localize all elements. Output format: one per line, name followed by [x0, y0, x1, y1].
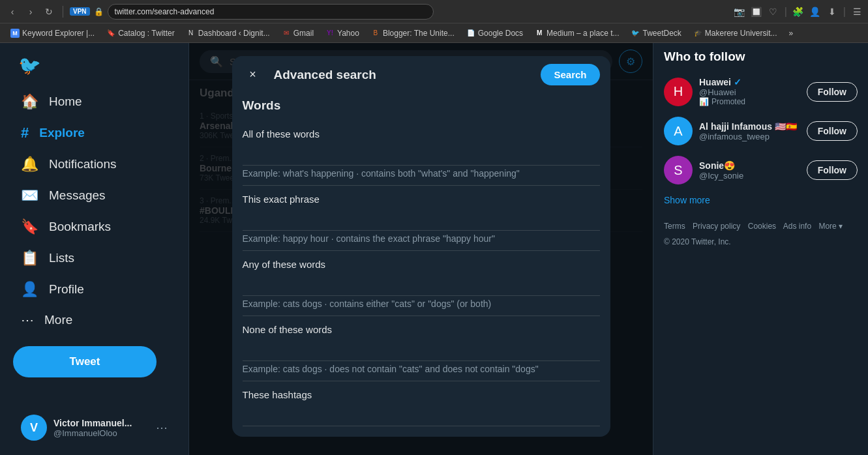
lock-icon: 🔒: [94, 7, 104, 16]
lists-icon: 📋: [21, 250, 38, 267]
follow-avatar-alhajji: A: [664, 117, 693, 145]
footer-cookies[interactable]: Cookies: [748, 222, 776, 231]
bookmark-keyword-explorer[interactable]: M Keyword Explorer |...: [5, 27, 100, 39]
field-input-hashtags[interactable]: [243, 404, 600, 426]
heart-icon[interactable]: ♡: [768, 6, 779, 18]
puzzle-icon[interactable]: 🧩: [792, 6, 804, 18]
field-label-any-words: Any of these words: [243, 251, 600, 274]
footer-privacy[interactable]: Privacy policy: [693, 222, 740, 231]
advanced-search-modal: × Advanced search Search Words All of th…: [232, 56, 610, 437]
app-container: 🐦 🏠 Home # Explore 🔔 Notifications ✉️ Me…: [0, 43, 868, 455]
bookmark-more-label: »: [789, 29, 794, 38]
follow-button-huawei[interactable]: Follow: [807, 82, 858, 102]
footer-terms[interactable]: Terms: [664, 222, 685, 231]
forward-button[interactable]: ›: [23, 5, 38, 19]
follow-button-alhajji[interactable]: Follow: [807, 121, 858, 141]
bookmark-tweetdeck[interactable]: 🐦 TweetDeck: [625, 27, 686, 39]
tweet-button[interactable]: Tweet: [13, 346, 157, 377]
who-to-follow-title: Who to follow: [664, 50, 858, 64]
user-handle: @ImmanuelOloo: [53, 428, 149, 438]
notifications-icon: 🔔: [21, 156, 38, 173]
field-hint-all-words: Example: what's happening · contains bot…: [243, 166, 600, 186]
screenshot-icon[interactable]: 📷: [734, 6, 745, 18]
bookmark-favicon-notion: N: [187, 29, 196, 38]
bookmark-more[interactable]: »: [784, 27, 799, 39]
bookmark-label: Yahoo: [337, 29, 359, 38]
url-bar[interactable]: twitter.com/search-advanced: [108, 4, 434, 20]
verified-icon-huawei: ✓: [734, 77, 741, 87]
menu-icon[interactable]: ☰: [851, 6, 863, 18]
promoted-icon: 📊: [699, 97, 709, 106]
follow-avatar-huawei: H: [664, 78, 693, 106]
sidebar-item-explore[interactable]: # Explore: [13, 118, 175, 148]
bookmark-gmail[interactable]: ✉ Gmail: [277, 27, 319, 39]
back-button[interactable]: ‹: [5, 5, 20, 19]
bookmark-favicon-gmail: ✉: [282, 29, 291, 38]
footer-more[interactable]: More ▾: [818, 222, 843, 231]
profile-icon[interactable]: 👤: [809, 6, 821, 18]
field-label-all-words: All of these words: [243, 121, 600, 143]
sidebar-item-more[interactable]: ⋯ More: [13, 306, 175, 334]
bookmark-makerere[interactable]: 🎓 Makerere Universit...: [688, 27, 783, 39]
avatar: V: [21, 415, 47, 441]
modal-search-button[interactable]: Search: [541, 64, 599, 85]
profile-nav-icon: 👤: [21, 281, 38, 298]
sidebar-item-notifications[interactable]: 🔔 Notifications: [13, 149, 175, 179]
sidebar-item-home[interactable]: 🏠 Home: [13, 87, 175, 117]
home-icon: 🏠: [21, 93, 38, 110]
bookmark-favicon-yahoo: Y!: [325, 29, 335, 38]
follow-item-sonie: S Sonie😍 @Icy_sonie Follow: [664, 151, 858, 190]
download-icon[interactable]: ⬇: [826, 6, 838, 18]
field-hint-any-words: Example: cats dogs · contains either "ca…: [243, 296, 600, 316]
sidebar-item-messages[interactable]: ✉️ Messages: [13, 181, 175, 211]
modal-title: Advanced search: [274, 68, 531, 82]
bookmark-medium[interactable]: M Medium – a place t...: [530, 27, 624, 39]
bookmark-catalog[interactable]: 🔖 Catalog : Twitter: [101, 27, 179, 39]
sidebar-label-lists: Lists: [49, 251, 74, 265]
field-label-hashtags: These hashtags: [243, 381, 600, 404]
bookmark-label: Dashboard ‹ Dignit...: [198, 29, 270, 38]
bookmark-favicon-blogger: B: [371, 29, 380, 38]
field-hint-none-words: Example: cats dogs · does not contain "c…: [243, 361, 600, 381]
field-input-none-words[interactable]: [243, 339, 600, 361]
reload-button[interactable]: ↻: [42, 5, 56, 19]
browser-icons: 📷 🔲 ♡ | 🧩 👤 ⬇ | ☰: [734, 6, 863, 18]
sidebar-label-bookmarks: Bookmarks: [49, 220, 111, 234]
sidebar: 🐦 🏠 Home # Explore 🔔 Notifications ✉️ Me…: [0, 43, 189, 455]
user-info[interactable]: V Victor Immanuel... @ImmanuelOloo ⋯: [13, 407, 175, 448]
bookmark-favicon-catalog: 🔖: [106, 29, 115, 38]
follow-name-alhajji: Al hajji Infamous 🇺🇸🇪🇸: [699, 121, 800, 132]
follow-handle-huawei: @Huawei: [699, 87, 800, 97]
bookmark-label: Catalog : Twitter: [118, 29, 174, 38]
sidebar-label-notifications: Notifications: [49, 157, 117, 171]
field-input-all-words[interactable]: [243, 143, 600, 166]
field-label-exact-phrase: This exact phrase: [243, 186, 600, 209]
twitter-logo: 🐦: [18, 55, 175, 76]
bookmark-blogger[interactable]: B Blogger: The Unite...: [366, 27, 460, 39]
extension-icon[interactable]: 🔲: [751, 6, 762, 18]
sidebar-item-profile[interactable]: 👤 Profile: [13, 274, 175, 304]
follow-button-sonie[interactable]: Follow: [807, 160, 858, 180]
show-more-link[interactable]: Show more: [664, 190, 858, 211]
vpn-badge: VPN: [70, 7, 90, 16]
field-input-exact-phrase[interactable]: [243, 209, 600, 231]
follow-handle-sonie: @Icy_sonie: [699, 171, 800, 181]
modal-overlay[interactable]: × Advanced search Search Words All of th…: [189, 43, 653, 455]
modal-close-button[interactable]: ×: [243, 65, 263, 85]
sidebar-item-lists[interactable]: 📋 Lists: [13, 243, 175, 273]
bookmark-dashboard[interactable]: N Dashboard ‹ Dignit...: [181, 27, 275, 39]
bookmark-gdocs[interactable]: 📄 Google Docs: [461, 27, 528, 39]
bookmark-yahoo[interactable]: Y! Yahoo: [320, 27, 365, 39]
follow-info-alhajji: Al hajji Infamous 🇺🇸🇪🇸 @infamous_tweep: [699, 121, 800, 141]
field-input-any-words[interactable]: [243, 274, 600, 296]
browser-bar: ‹ › ↻ VPN 🔒 twitter.com/search-advanced …: [0, 0, 868, 23]
footer-ads[interactable]: Ads info: [783, 222, 811, 231]
sidebar-item-bookmarks[interactable]: 🔖 Bookmarks: [13, 212, 175, 242]
bookmarks-bar: M Keyword Explorer |... 🔖 Catalog : Twit…: [0, 23, 868, 43]
sidebar-label-explore: Explore: [39, 126, 85, 140]
follow-name-huawei: Huawei ✓: [699, 77, 800, 87]
sidebar-label-messages: Messages: [49, 188, 106, 203]
modal-header: × Advanced search Search: [232, 56, 610, 93]
bookmark-label: Gmail: [293, 29, 314, 38]
more-icon: ⋯: [21, 312, 34, 328]
